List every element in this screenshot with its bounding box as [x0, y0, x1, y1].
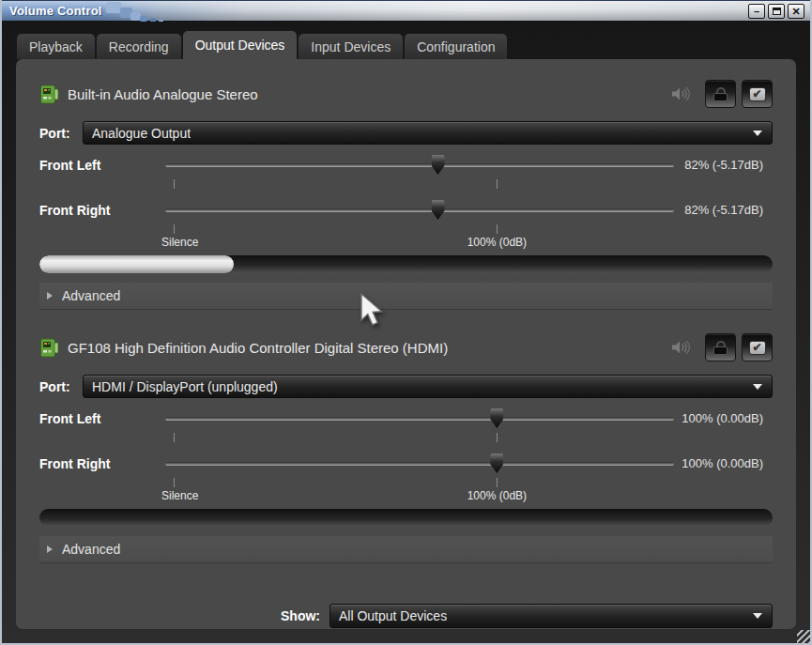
scale-label-100: 100% (0dB): [467, 236, 527, 249]
slider-track: [165, 462, 674, 466]
scale-label-silence: Silence: [161, 489, 198, 502]
volume-slider-front-left[interactable]: [165, 154, 674, 177]
volume-scale-labels: Silence 100% (0dB): [165, 222, 674, 250]
port-label: Port:: [39, 126, 83, 141]
slider-handle[interactable]: [432, 200, 445, 220]
expander-arrow-icon: [47, 545, 53, 553]
silence-tick: [174, 433, 175, 442]
lock-channels-button[interactable]: [705, 80, 736, 108]
lock-icon: [713, 341, 728, 355]
channel-volume-value: 100% (0.00dB): [674, 453, 773, 475]
mouse-cursor: [360, 293, 384, 327]
tab-configuration[interactable]: Configuration: [405, 34, 507, 59]
device-section-hdmi: GF108 High Definition Audio Controller D…: [39, 331, 773, 562]
device-section-builtin: Built-in Audio Analogue Stereo: [39, 78, 773, 309]
port-select[interactable]: HDMI / DisplayPort (unplugged): [83, 375, 773, 398]
lock-channels-button[interactable]: [705, 333, 736, 361]
advanced-expander[interactable]: Advanced: [39, 536, 773, 562]
tab-input-devices[interactable]: Input Devices: [299, 34, 403, 59]
channel-row-front-right: Front Right 100% (0.00dB): [39, 453, 773, 475]
slider-handle[interactable]: [490, 408, 503, 428]
peak-meter: [39, 509, 773, 527]
advanced-label: Advanced: [62, 288, 120, 303]
hundred-percent-tick: [497, 179, 498, 189]
tab-output-devices[interactable]: Output Devices: [183, 31, 298, 59]
channel-row-front-right: Front Right 82% (-5.17dB): [39, 199, 773, 222]
close-button[interactable]: ✕: [788, 4, 804, 19]
minimize-button[interactable]: –: [748, 4, 765, 19]
show-filter-row: Show: All Output Devices: [39, 604, 773, 628]
expander-arrow-icon: [47, 292, 53, 299]
tab-recording[interactable]: Recording: [97, 34, 181, 59]
volume-control-window: Volume Control – ✕ Playback Recording Ou…: [0, 0, 812, 645]
slider-handle[interactable]: [490, 453, 503, 473]
dropdown-arrow-icon: [753, 613, 762, 619]
close-icon: ✕: [791, 7, 800, 17]
scale-label-100: 100% (0dB): [467, 489, 527, 502]
channel-label: Front Left: [39, 407, 165, 430]
device-header: GF108 High Definition Audio Controller D…: [39, 331, 773, 363]
device-name: GF108 High Definition Audio Controller D…: [68, 340, 671, 356]
peak-meter-fill: [39, 255, 234, 273]
advanced-expander[interactable]: Advanced: [39, 283, 773, 309]
lock-icon: [713, 87, 728, 101]
volume-slider-front-right[interactable]: [165, 453, 674, 475]
window-controls: – ✕: [748, 4, 804, 19]
speaker-mute-icon[interactable]: [671, 339, 694, 356]
advanced-label: Advanced: [62, 542, 120, 557]
port-selected-value: Analogue Output: [84, 126, 191, 141]
tab-playback[interactable]: Playback: [17, 34, 95, 59]
channel-row-front-left: Front Left 82% (-5.17dB): [39, 154, 773, 199]
device-name: Built-in Audio Analogue Stereo: [68, 86, 671, 102]
window-body: Playback Recording Output Devices Input …: [2, 22, 810, 643]
volume-slider-front-left[interactable]: [165, 407, 674, 430]
fallback-device-button[interactable]: ✔: [742, 80, 773, 108]
titlebar[interactable]: Volume Control – ✕: [2, 0, 810, 22]
titlebar-decoration: [106, 2, 121, 13]
port-label: Port:: [39, 379, 83, 394]
device-header: Built-in Audio Analogue Stereo: [39, 78, 773, 110]
volume-slider-front-right[interactable]: [165, 199, 674, 222]
port-select[interactable]: Analogue Output: [83, 121, 773, 145]
volume-scale-labels: Silence 100% (0dB): [165, 475, 674, 503]
port-row: Port: HDMI / DisplayPort (unplugged): [39, 375, 773, 398]
show-selected-value: All Output Devices: [330, 608, 447, 623]
dropdown-arrow-icon: [753, 384, 762, 390]
channel-volume-value: 100% (0.00dB): [674, 407, 773, 430]
sound-card-icon: [39, 84, 59, 104]
checkmark-icon: ✔: [749, 87, 766, 101]
silence-tick: [174, 179, 175, 189]
show-filter-select[interactable]: All Output Devices: [329, 604, 773, 628]
show-label: Show:: [281, 608, 320, 623]
channel-row-front-left: Front Left 100% (0.00dB): [39, 407, 773, 453]
output-devices-panel: Built-in Audio Analogue Stereo: [16, 59, 796, 629]
slider-handle[interactable]: [432, 155, 445, 175]
sound-card-icon: [39, 338, 59, 358]
channel-label: Front Right: [39, 453, 165, 475]
dropdown-arrow-icon: [753, 131, 762, 136]
channel-label: Front Right: [39, 199, 165, 222]
checkmark-icon: ✔: [749, 341, 766, 355]
slider-track: [165, 163, 674, 167]
port-row: Port: Analogue Output: [39, 121, 773, 145]
scale-label-silence: Silence: [161, 236, 198, 249]
channel-label: Front Left: [39, 154, 165, 177]
window-title: Volume Control: [9, 4, 102, 18]
slider-track: [165, 417, 674, 421]
peak-meter: [39, 255, 773, 273]
minimize-icon: –: [754, 7, 759, 17]
speaker-mute-icon[interactable]: [671, 85, 694, 102]
tab-bar: Playback Recording Output Devices Input …: [2, 22, 810, 59]
maximize-icon: [773, 8, 781, 15]
channel-volume-value: 82% (-5.17dB): [674, 199, 773, 222]
fallback-device-button[interactable]: ✔: [742, 333, 773, 361]
maximize-button[interactable]: [768, 4, 785, 19]
resize-grip[interactable]: [797, 630, 810, 643]
slider-track: [165, 208, 674, 212]
hundred-percent-tick: [497, 433, 498, 442]
channel-volume-value: 82% (-5.17dB): [674, 154, 773, 177]
port-selected-value: HDMI / DisplayPort (unplugged): [84, 379, 278, 394]
